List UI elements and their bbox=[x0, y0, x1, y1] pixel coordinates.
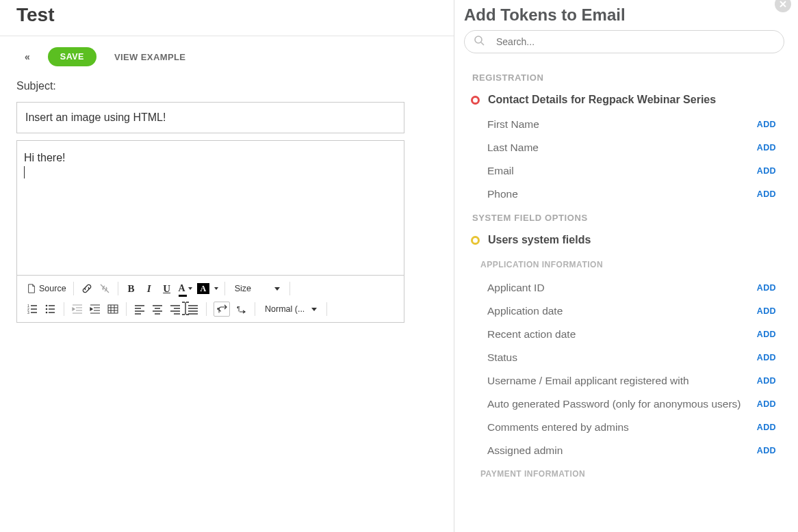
chevron-down-icon bbox=[214, 287, 218, 290]
underline-button[interactable]: U bbox=[161, 282, 173, 295]
token-row: Applicant IDADD bbox=[464, 276, 784, 300]
donut-yellow-icon bbox=[471, 236, 480, 245]
add-button[interactable]: ADD bbox=[757, 166, 776, 176]
page-title: Test bbox=[0, 0, 454, 36]
bold-button[interactable]: B bbox=[125, 282, 138, 295]
search-wrap bbox=[464, 30, 784, 53]
add-button[interactable]: ADD bbox=[757, 353, 776, 362]
group-contact-details[interactable]: Contact Details for Regpack Webinar Seri… bbox=[464, 91, 784, 113]
add-button[interactable]: ADD bbox=[757, 120, 776, 129]
link-button[interactable] bbox=[81, 282, 93, 295]
token-label: Status bbox=[487, 351, 517, 364]
align-center-button[interactable] bbox=[151, 302, 164, 316]
add-button[interactable]: ADD bbox=[757, 399, 776, 409]
align-center-icon bbox=[152, 304, 163, 315]
format-dropdown[interactable]: Normal (... bbox=[262, 303, 320, 315]
toolbar-separator bbox=[326, 302, 327, 316]
back-button[interactable]: « bbox=[25, 51, 30, 62]
align-right-button[interactable] bbox=[169, 302, 181, 316]
token-row: StatusADD bbox=[464, 346, 784, 369]
section-header-registration: REGISTRATION bbox=[464, 66, 784, 91]
token-label: Applicant ID bbox=[487, 282, 545, 294]
chevron-down-icon bbox=[188, 287, 192, 290]
ordered-list-button[interactable]: 123 bbox=[27, 302, 39, 316]
add-button[interactable]: ADD bbox=[757, 143, 776, 152]
indent-icon bbox=[90, 304, 101, 315]
token-list-app-info: Applicant IDADD Application dateADD Rece… bbox=[464, 276, 784, 462]
toolbar-separator bbox=[64, 302, 64, 316]
format-label: Normal (... bbox=[265, 304, 305, 314]
add-button[interactable]: ADD bbox=[757, 446, 776, 455]
sub-header-app-info: APPLICATION INFORMATION bbox=[464, 253, 784, 276]
ltr-icon: ¶ bbox=[216, 304, 227, 315]
token-row: Comments entered by adminsADD bbox=[464, 416, 784, 439]
font-size-label: Size bbox=[235, 284, 251, 293]
search-input[interactable] bbox=[464, 30, 784, 53]
editor-panel: Test « SAVE VIEW EXAMPLE Subject: Hi the… bbox=[0, 0, 454, 532]
svg-text:¶: ¶ bbox=[237, 305, 240, 312]
editor-toolbar: Source B I bbox=[17, 275, 404, 322]
toolbar-separator bbox=[255, 302, 255, 316]
add-button[interactable]: ADD bbox=[757, 283, 776, 293]
token-label: Assigned admin bbox=[487, 444, 563, 457]
text-color-button[interactable]: A bbox=[179, 282, 192, 295]
token-list-registration: First NameADD Last NameADD EmailADD Phon… bbox=[464, 113, 784, 206]
editor-body[interactable]: Hi there! bbox=[17, 141, 404, 275]
add-button[interactable]: ADD bbox=[757, 306, 776, 316]
ordered-list-icon: 123 bbox=[27, 304, 38, 315]
align-left-button[interactable] bbox=[133, 302, 146, 316]
table-button[interactable] bbox=[107, 302, 119, 316]
token-row: Username / Email applicant registered wi… bbox=[464, 369, 784, 393]
toolbar-separator bbox=[73, 282, 74, 295]
align-right-icon bbox=[170, 304, 181, 315]
add-button[interactable]: ADD bbox=[757, 376, 776, 386]
align-justify-button[interactable] bbox=[187, 302, 199, 316]
token-label: Comments entered by admins bbox=[487, 421, 629, 434]
add-button[interactable]: ADD bbox=[757, 330, 776, 339]
unordered-list-icon bbox=[45, 304, 56, 315]
indent-button[interactable] bbox=[89, 302, 101, 316]
subject-input[interactable] bbox=[16, 102, 404, 133]
add-button[interactable]: ADD bbox=[757, 189, 776, 199]
link-icon bbox=[81, 283, 92, 294]
source-icon bbox=[27, 284, 36, 293]
save-button[interactable]: SAVE bbox=[48, 47, 96, 66]
outdent-button[interactable] bbox=[71, 302, 83, 316]
toolbar-separator bbox=[289, 282, 290, 295]
svg-point-4 bbox=[46, 308, 48, 310]
view-example-button[interactable]: VIEW EXAMPLE bbox=[114, 52, 185, 62]
align-left-icon bbox=[134, 304, 145, 315]
svg-rect-6 bbox=[108, 305, 118, 313]
bg-color-button[interactable]: A bbox=[197, 282, 218, 295]
donut-red-icon bbox=[471, 96, 480, 105]
token-row: Last NameADD bbox=[464, 136, 784, 159]
text-caret bbox=[24, 166, 25, 178]
group-title: Contact Details for Regpack Webinar Seri… bbox=[488, 94, 716, 106]
rtl-button[interactable]: ¶ bbox=[235, 302, 248, 316]
token-row: Assigned adminADD bbox=[464, 439, 784, 462]
close-button[interactable] bbox=[775, 0, 791, 12]
tokens-panel: Add Tokens to Email REGISTRATION Contact… bbox=[454, 0, 798, 532]
add-button[interactable]: ADD bbox=[757, 423, 776, 432]
token-label: Last Name bbox=[487, 142, 539, 154]
token-label: Auto generated Password (only for anonym… bbox=[487, 398, 741, 410]
ltr-button[interactable]: ¶ bbox=[214, 302, 230, 317]
group-title: Users system fields bbox=[488, 234, 591, 246]
section-header-system: SYSTEM FIELD OPTIONS bbox=[464, 206, 784, 231]
search-icon bbox=[474, 35, 485, 49]
token-label: Recent action date bbox=[487, 328, 576, 341]
italic-button[interactable]: I bbox=[143, 282, 155, 295]
svg-point-9 bbox=[475, 36, 482, 43]
font-size-dropdown[interactable]: Size bbox=[232, 282, 283, 295]
token-label: Email bbox=[487, 165, 514, 177]
toolbar-row-2: 123 bbox=[21, 299, 400, 319]
svg-point-5 bbox=[46, 312, 48, 314]
toolbar-separator bbox=[126, 302, 127, 316]
group-users-system-fields[interactable]: Users system fields bbox=[464, 231, 784, 253]
unordered-list-button[interactable] bbox=[44, 302, 57, 316]
bg-color-icon: A bbox=[197, 283, 209, 294]
token-row: PhoneADD bbox=[464, 183, 784, 206]
unlink-button[interactable] bbox=[99, 282, 111, 295]
source-button[interactable]: Source bbox=[27, 284, 66, 293]
svg-text:3: 3 bbox=[27, 310, 29, 315]
